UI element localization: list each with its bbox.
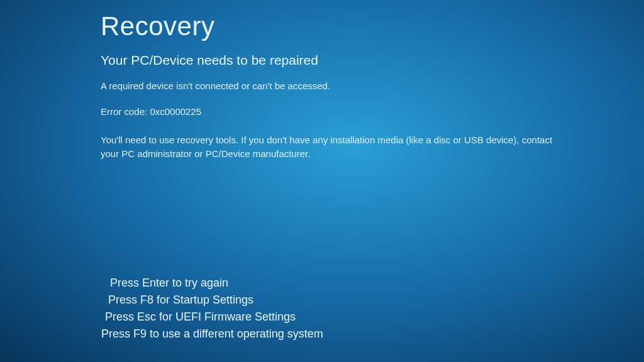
- recovery-instructions: You'll need to use recovery tools. If yo…: [101, 133, 553, 161]
- error-code-value: 0xc0000225: [150, 106, 201, 117]
- action-esc-uefi-firmware: Press Esc for UEFI Firmware Settings: [105, 310, 327, 324]
- recovery-screen: Recovery Your PC/Device needs to be repa…: [0, 0, 644, 161]
- action-enter-retry: Press Enter to try again: [110, 277, 332, 290]
- error-code-label: Error code:: [101, 106, 147, 117]
- action-f9-different-os: Press F9 to use a different operating sy…: [101, 327, 323, 341]
- error-code-line: Error code: 0xc0000225: [101, 106, 644, 117]
- action-f8-startup-settings: Press F8 for Startup Settings: [108, 293, 330, 307]
- key-actions: Press Enter to try again Press F8 for St…: [110, 277, 332, 344]
- page-title: Recovery: [101, 11, 644, 41]
- subtitle: Your PC/Device needs to be repaired: [101, 53, 644, 68]
- error-message: A required device isn't connected or can…: [101, 80, 541, 91]
